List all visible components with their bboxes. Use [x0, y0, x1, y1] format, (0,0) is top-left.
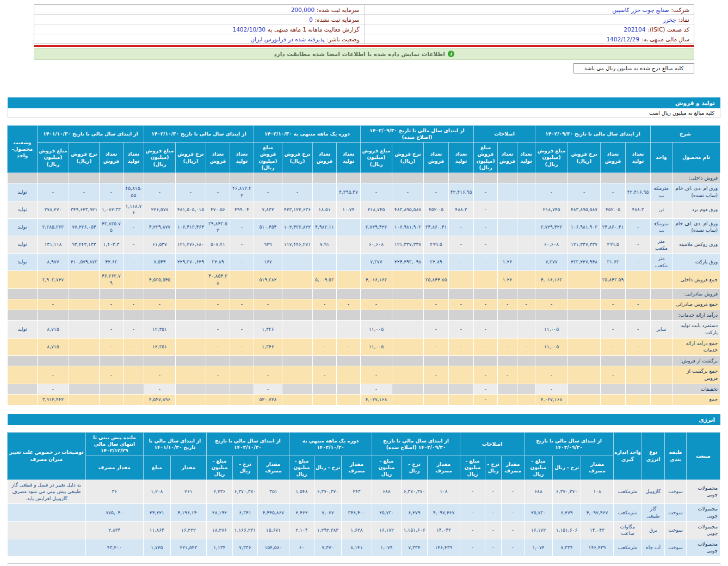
data-cell: گاز طبیعی	[642, 504, 665, 521]
column-header: مقدار مصرف	[427, 456, 460, 479]
publisher-status-label: وضعیت ناشر:	[326, 36, 359, 42]
codal-monthly-report-page: شرکت: صنایع چوب خزر کاسپین سرمایه ثبت شد…	[0, 0, 728, 566]
data-cell: ۴,۰۱۶,۱۶۳	[360, 271, 392, 288]
data-cell	[282, 299, 312, 310]
column-header: تعداد تولید	[336, 143, 360, 173]
data-cell: ۷,۵۴۴	[144, 254, 175, 271]
data-cell: -	[601, 183, 626, 201]
column-header: تعداد فروش	[498, 143, 517, 173]
col-group-adjustments: اصلاحات	[460, 432, 524, 456]
data-cell: ۲۴۳	[341, 479, 372, 504]
data-cell: -	[123, 271, 144, 288]
unregistered-capital-value: 0	[309, 16, 313, 23]
data-cell: -	[601, 299, 626, 310]
data-cell: به دلیل تغییر در فصل و قطعی گاز طبیعی پی…	[7, 479, 85, 504]
data-cell	[392, 310, 423, 321]
data-cell	[517, 355, 535, 366]
symbol-label: نماد:	[678, 16, 689, 23]
row-label-cell: فروش داخلی:	[673, 173, 720, 183]
data-cell: ۸,۱۴۱	[341, 539, 372, 556]
data-cell: -	[626, 338, 651, 355]
data-cell: ۲,۲۳۶	[206, 479, 232, 504]
data-cell: ۱.۲۶	[498, 271, 517, 288]
row-label-cell: ورق روکش ملامینه	[673, 236, 720, 254]
column-header: نرخ فروش (ریال)	[175, 143, 206, 173]
data-cell: مترمکعب	[651, 183, 673, 201]
data-cell: -	[448, 271, 473, 288]
data-cell: -	[473, 183, 497, 201]
table-row: فروش صادراتی:	[7, 288, 720, 299]
data-cell: -	[626, 321, 651, 338]
data-cell: -	[423, 183, 448, 201]
data-cell	[568, 355, 601, 366]
data-cell: -	[498, 299, 517, 310]
data-cell: ۱,۱۳۴	[206, 539, 232, 556]
publisher-status-value: پذیرفته شده در فرابورس ایران	[250, 36, 324, 42]
data-cell: -	[69, 183, 99, 201]
company-value[interactable]: صنایع چوب خزر کاسپین	[612, 7, 669, 13]
data-cell	[517, 310, 535, 321]
col-group-desc: شرح	[651, 126, 720, 143]
data-cell	[230, 310, 254, 321]
row-label-cell: ورق ام .دی .اف خام (ساب نشده)	[673, 218, 720, 236]
data-cell: ۳۴۸,۴۰۰	[341, 504, 372, 521]
registered-capital-label: سرمایه ثبت شده:	[317, 7, 359, 13]
data-cell: ۱۰۶,۹۸۱,۹۰۳	[568, 218, 601, 236]
col-consumption-change-notes: توضیحات در خصوص علت تغییر میزان مصرف	[7, 432, 85, 479]
col-group-forecast-remainder: مانده پیش بینی تا انتهای سال مالي ۱۴۰۲/۱…	[85, 432, 143, 456]
data-cell	[336, 355, 360, 366]
data-cell: -	[123, 254, 144, 271]
data-cell: ۱۴۶,۴۳۹	[581, 539, 614, 556]
data-cell	[69, 288, 99, 299]
group-header-row: شرح از ابتدای سال مالی تا تاریخ ۱۴۰۲/۰۹/…	[7, 126, 720, 143]
row-label-cell: ورق فوم برد	[673, 201, 720, 218]
data-cell: ۳۶	[85, 479, 143, 504]
row-label-cell: جمع فروش صادراتی	[673, 299, 720, 310]
data-cell: ۷,۳۳۶	[232, 539, 257, 556]
group-header-row: صنعت طبقه بندی نوع انرژی واحد اندازه گیر…	[7, 432, 720, 456]
data-cell: ۱,۷۲۵	[143, 539, 170, 556]
data-cell: ۷۷,۲۳۶,۰۵۴	[69, 218, 99, 236]
data-cell: مترمکعب	[651, 218, 673, 236]
data-cell	[312, 183, 336, 201]
column-header: مبلغ فروش (میلیون ریال)	[360, 143, 392, 173]
column-header: مقدار مصرف	[341, 456, 372, 479]
data-cell	[144, 173, 175, 183]
data-cell	[99, 173, 123, 183]
data-cell: ۴۸۸.۳	[448, 201, 473, 218]
data-cell: -	[473, 299, 497, 310]
data-cell: ۲۲۴,۲۹۳,۰۹۸	[392, 254, 423, 271]
data-cell: ۷۷۵,۰۴۰	[85, 504, 143, 521]
data-cell: ۴۵۲.۰۵	[601, 201, 626, 218]
column-header: مبلغ فروش (میلیون ریال)	[254, 143, 282, 173]
data-cell: ۴۸۱,۵۰۵,۰۱۵	[175, 201, 206, 218]
data-cell	[69, 299, 99, 310]
col-classification: طبقه بندی	[665, 432, 687, 479]
data-cell: ۲۴,۲۲۱	[143, 504, 170, 521]
column-header: مقدار مصرف	[501, 456, 524, 479]
row-label-cell: جمع	[673, 395, 720, 405]
data-cell: ۲۵,۷۳۰	[524, 504, 552, 521]
production-table-body: فروش داخلی:ورق ام .دی .اف خام (ساب نشده)…	[7, 173, 720, 405]
data-cell	[144, 288, 175, 299]
data-cell	[175, 366, 206, 384]
data-cell	[7, 395, 37, 405]
data-cell: ۳۷۸,۲۷۰	[37, 201, 69, 218]
data-cell: -	[230, 218, 254, 236]
data-cell	[651, 310, 673, 321]
data-cell	[282, 384, 312, 395]
data-cell: ۲۲۹,۳۷۰,۶۲۹	[175, 254, 206, 271]
data-cell	[626, 395, 651, 405]
data-cell	[312, 321, 336, 338]
data-cell: ۴۲,۴۱۶.۹۵	[626, 183, 651, 201]
data-cell: -	[626, 254, 651, 271]
data-cell	[282, 366, 312, 384]
amounts-unit-button[interactable]: کلیه مبالغ درج شده به میلیون ریال می باش…	[573, 63, 694, 73]
data-cell	[498, 173, 517, 183]
data-cell	[498, 310, 517, 321]
info-row: کد صنعت (ISIC): 202104 گزارش فعالیت ماها…	[34, 24, 694, 34]
isic-value: 202104	[624, 26, 645, 33]
table-row: ورق روکش ملامینهمتر مکعب-۴۹۹.۵۱۲۱,۳۳۷,۳۳…	[7, 236, 720, 254]
data-cell	[144, 355, 175, 366]
column-header: مقدار مصرف	[85, 456, 143, 479]
